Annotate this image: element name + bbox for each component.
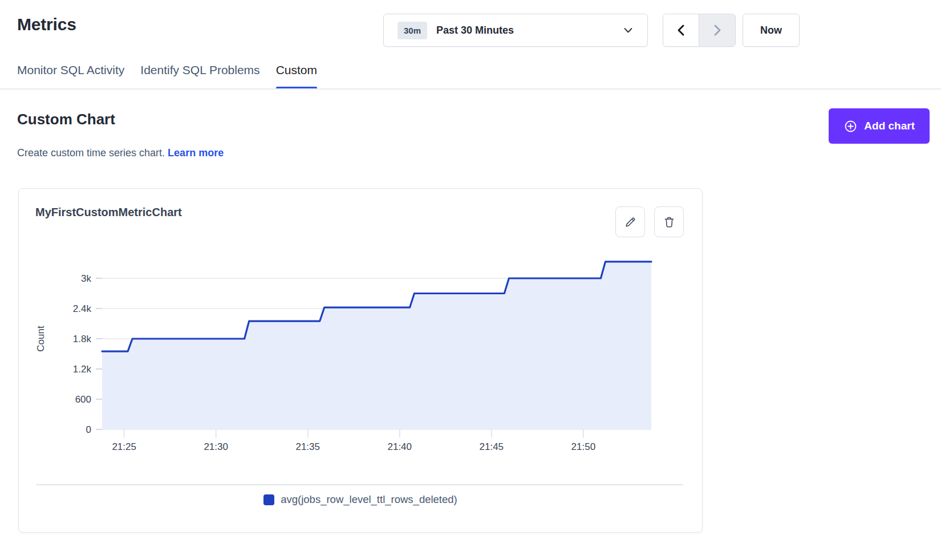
legend: avg(jobs_row_level_ttl_rows_deleted) — [19, 493, 702, 506]
tabs: Monitor SQL Activity Identify SQL Proble… — [17, 63, 317, 78]
tab-custom[interactable]: Custom — [276, 63, 317, 78]
trash-icon — [663, 216, 676, 229]
page-title: Metrics — [17, 15, 76, 34]
y-tick-label: 600 — [75, 394, 91, 405]
time-range-badge: 30m — [398, 22, 427, 39]
time-range-dropdown[interactable]: 30m Past 30 Minutes — [383, 14, 648, 47]
metrics-page: Metrics 30m Past 30 Minutes Now Monitor … — [0, 0, 941, 560]
delete-chart-button[interactable] — [654, 206, 684, 237]
add-chart-label: Add chart — [864, 120, 915, 132]
tab-identify-sql-problems[interactable]: Identify SQL Problems — [140, 63, 259, 78]
plus-circle-icon — [843, 119, 858, 133]
x-tick-label: 21:45 — [480, 441, 504, 452]
section-description-text: Create custom time series chart. — [17, 147, 165, 159]
x-tick-label: 21:50 — [571, 441, 596, 452]
y-axis-title: Count — [35, 326, 46, 352]
time-nav-group — [663, 14, 736, 47]
time-next-button[interactable] — [699, 14, 735, 46]
x-tick-label: 21:30 — [204, 441, 228, 452]
y-tick-label: 0 — [86, 424, 91, 435]
add-chart-button[interactable]: Add chart — [829, 108, 930, 144]
time-prev-button[interactable] — [663, 14, 699, 46]
chevron-down-icon — [623, 25, 634, 36]
y-tick-label: 1.8k — [73, 334, 92, 344]
time-range-label: Past 30 Minutes — [436, 25, 514, 36]
learn-more-link[interactable]: Learn more — [168, 147, 224, 159]
now-button[interactable]: Now — [743, 14, 800, 47]
custom-chart-svg[interactable]: 06001.2k1.8k2.4k3k21:2521:3021:3521:4021… — [25, 243, 680, 455]
x-tick-label: 21:35 — [295, 441, 320, 452]
legend-swatch — [263, 494, 274, 505]
section-title: Custom Chart — [17, 111, 115, 128]
x-tick-label: 21:40 — [387, 441, 412, 452]
legend-label: avg(jobs_row_level_ttl_rows_deleted) — [281, 493, 457, 506]
tabs-divider — [0, 88, 941, 90]
chevron-left-icon — [676, 24, 686, 36]
y-tick-label: 1.2k — [73, 364, 92, 375]
y-tick-label: 3k — [81, 273, 91, 284]
section-description: Create custom time series chart. Learn m… — [17, 147, 224, 159]
legend-divider — [36, 484, 683, 485]
tab-monitor-sql-activity[interactable]: Monitor SQL Activity — [17, 63, 124, 78]
x-tick-label: 21:25 — [112, 441, 136, 452]
chart-card: MyFirstCustomMetricChart 06001.2k1.8k2.4… — [18, 188, 703, 533]
pencil-icon — [624, 216, 637, 229]
chevron-right-icon — [712, 24, 723, 36]
edit-chart-button[interactable] — [615, 206, 645, 237]
chart-title: MyFirstCustomMetricChart — [35, 206, 182, 219]
series-area — [102, 262, 651, 429]
y-tick-label: 2.4k — [73, 303, 92, 314]
